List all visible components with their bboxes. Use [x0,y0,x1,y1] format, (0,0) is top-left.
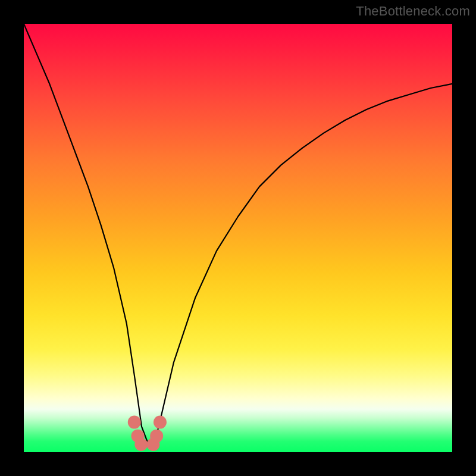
marker-dot [154,416,167,429]
curve-svg [24,24,452,452]
marker-dots [128,416,167,451]
chart-frame: TheBottleneck.com [0,0,476,476]
marker-dot [134,438,148,451]
marker-dot [150,430,163,443]
watermark-text: TheBottleneck.com [356,4,470,19]
plot-area [24,24,452,452]
bottleneck-curve-line [24,24,452,446]
marker-dot [128,416,141,429]
